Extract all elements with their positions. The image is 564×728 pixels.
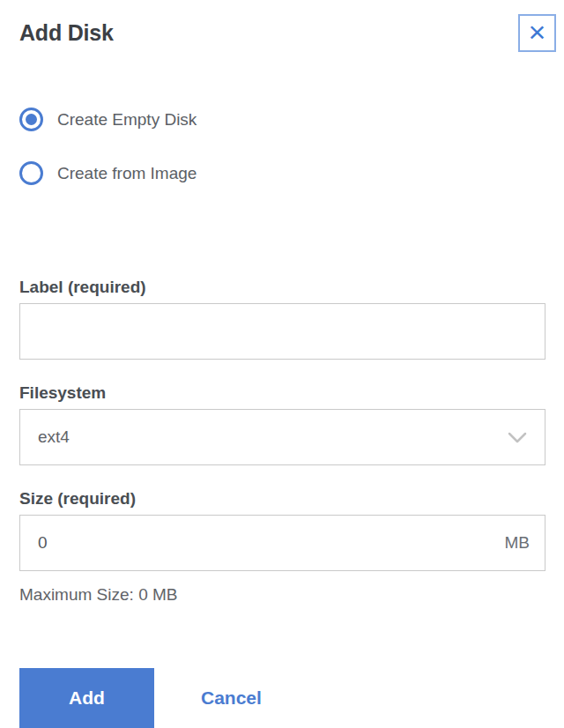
size-input[interactable]	[19, 515, 545, 571]
radio-button-icon	[19, 108, 43, 131]
add-button[interactable]: Add	[19, 668, 154, 728]
radio-selected-dot	[26, 114, 37, 125]
cancel-link[interactable]: Cancel	[201, 687, 262, 709]
filesystem-field-title: Filesystem	[19, 384, 545, 402]
label-field-title: Label (required)	[19, 279, 545, 296]
filesystem-selected-value: ext4	[38, 427, 70, 447]
disk-source-radio-group: Create Empty Disk Create from Image	[19, 108, 545, 185]
filesystem-field-group: Filesystem ext4	[19, 384, 545, 465]
radio-label: Create from Image	[57, 164, 197, 183]
maximum-size-helper-text: Maximum Size: 0 MB	[19, 585, 545, 605]
dialog-footer: Add Cancel	[19, 668, 545, 728]
close-icon: ×	[529, 17, 546, 47]
radio-create-from-image[interactable]: Create from Image	[19, 161, 545, 185]
close-button[interactable]: ×	[518, 14, 556, 52]
size-field-group: Size (required) MB Maximum Size: 0 MB	[19, 490, 545, 605]
radio-create-empty-disk[interactable]: Create Empty Disk	[19, 108, 545, 131]
dialog-title: Add Disk	[19, 0, 545, 46]
size-field-title: Size (required)	[19, 490, 545, 508]
filesystem-select[interactable]: ext4	[19, 409, 545, 465]
label-input[interactable]	[19, 303, 545, 360]
chevron-down-icon	[508, 432, 527, 443]
add-disk-dialog: Add Disk × Create Empty Disk Create from…	[0, 0, 564, 728]
size-input-wrapper: MB	[19, 515, 545, 571]
label-field-group: Label (required)	[19, 279, 545, 360]
radio-button-icon	[19, 161, 43, 185]
radio-label: Create Empty Disk	[57, 110, 197, 130]
